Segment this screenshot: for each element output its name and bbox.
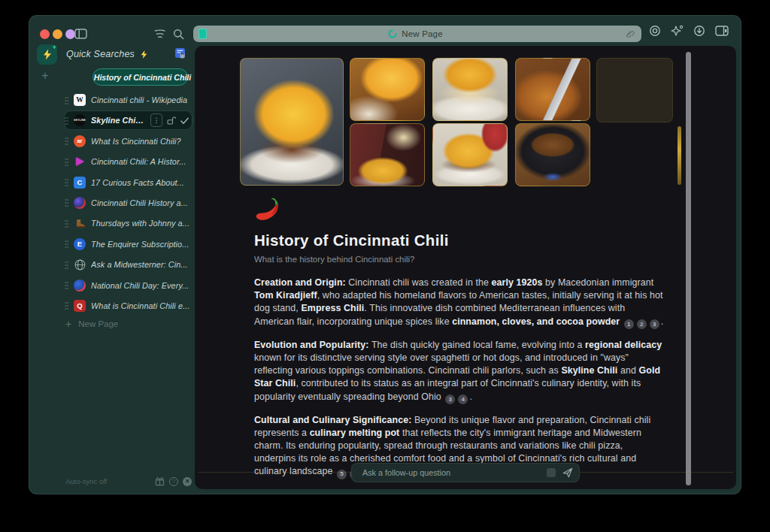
chili-pepper-emoji	[254, 196, 283, 225]
page-title: History of Cincinnati Chili	[254, 231, 665, 249]
quick-searches-icon[interactable]: +	[37, 44, 57, 65]
link-icon[interactable]	[624, 29, 635, 39]
sidebar-item-label: The Enquirer Subscriptio...	[91, 240, 192, 249]
browser-window: New Page + Quick Searches +	[29, 15, 741, 494]
sidebar-item[interactable]: EThe Enquirer Subscriptio...	[65, 235, 192, 253]
drag-handle-icon[interactable]	[65, 219, 68, 228]
drag-handle-icon[interactable]	[65, 178, 68, 186]
focus-mode-icon[interactable]	[649, 25, 661, 37]
sync-vault-icon[interactable]	[174, 47, 186, 59]
sidebar-item[interactable]: C17 Curious Facts About...	[65, 174, 192, 192]
partial-image-edge	[678, 126, 681, 185]
trails-tornado-icon[interactable]	[153, 29, 166, 40]
sidebar-item-label: Ask a Midwesterner: Cin...	[91, 260, 192, 269]
new-page-button[interactable]: + New Page	[65, 318, 118, 330]
cincinnati-magazine-favicon: C	[74, 177, 86, 189]
plus-icon: +	[65, 318, 71, 330]
sidebar-item[interactable]: Thursdays with Johnny a...	[65, 214, 192, 232]
national-day-favicon	[74, 280, 86, 292]
search-icon[interactable]	[173, 29, 184, 40]
help-icon[interactable]: ?	[169, 477, 178, 486]
chili-photo-crockpot[interactable]	[515, 123, 590, 186]
drag-handle-icon[interactable]	[65, 240, 68, 248]
page-content-panel: History of Cincinnati Chili What is the …	[195, 46, 736, 489]
sidebar-item[interactable]: Cincinnati Chili: A Histor...	[65, 153, 192, 171]
sidebar-item[interactable]: arWhat Is Cincinnati Chili?	[65, 132, 192, 150]
url-title: New Page	[402, 29, 443, 38]
citation-badge[interactable]: 2	[637, 319, 647, 329]
page-subtitle: What is the history behind Cincinnati ch…	[254, 255, 665, 264]
drag-handle-icon[interactable]	[65, 281, 68, 289]
wikipedia-favicon: W	[74, 94, 86, 106]
new-quick-search-button[interactable]: +	[39, 70, 51, 82]
sidebar-item[interactable]: Cincinnati Chili History a...	[65, 194, 192, 212]
unlock-icon[interactable]	[166, 116, 176, 125]
sidebar-item-history-of-cincinnati-chili[interactable]: History of Cincinnati Chili	[92, 68, 188, 86]
model-toggle[interactable]	[547, 468, 556, 477]
sidebar-item-label: Thursdays with Johnny a...	[91, 219, 192, 228]
drag-handle-icon[interactable]	[65, 198, 68, 207]
sidebar-section-title: Quick Searches	[66, 49, 148, 59]
item-menu-icon[interactable]: ⋮	[150, 113, 162, 127]
enquirer-favicon: E	[74, 238, 86, 250]
citation-badge[interactable]: 3	[445, 394, 455, 404]
ai-sparkles-icon[interactable]	[671, 25, 684, 37]
url-bar[interactable]: New Page	[193, 26, 641, 42]
sidebar-item-label: Cincinnati Chili: A Histor...	[91, 157, 192, 166]
citation-badge[interactable]: 4	[458, 394, 468, 404]
follow-up-input[interactable]: Ask a follow-up question	[351, 463, 580, 482]
citation-badge[interactable]: 1	[624, 319, 634, 329]
chili-photo-skyline-restaurant[interactable]	[350, 123, 425, 186]
close-window-button[interactable]	[40, 29, 50, 39]
globe-favicon	[74, 258, 86, 271]
reader-panel-icon[interactable]	[715, 26, 729, 36]
history-site-favicon	[74, 197, 86, 209]
citation-badge[interactable]: 3	[650, 319, 659, 329]
boot-favicon	[74, 217, 86, 229]
add-quick-search-badge: +	[53, 44, 56, 50]
downloads-icon[interactable]	[693, 25, 705, 37]
answer-paragraph: Evolution and Popularity: The dish quick…	[254, 339, 665, 404]
video-play-favicon	[76, 157, 84, 166]
sidebar-item-label: What Is Cincinnati Chili?	[91, 137, 192, 146]
drag-handle-icon[interactable]	[65, 96, 68, 104]
loading-spinner-icon	[388, 29, 397, 38]
citation-badge[interactable]: 5	[337, 470, 347, 479]
drag-handle-icon[interactable]	[65, 158, 68, 166]
sidebar-item-label: Cincinnati Chili History a...	[91, 198, 192, 207]
sidebar-item-label: What is Cincinnati Chili e...	[91, 301, 192, 310]
close-account-icon[interactable]: ✕	[183, 477, 192, 486]
chili-photo-hero[interactable]	[240, 58, 344, 186]
content-scrollbar[interactable]	[686, 52, 691, 485]
drag-handle-icon[interactable]	[65, 137, 68, 145]
chili-photo-loading-placeholder[interactable]	[596, 58, 673, 122]
gift-icon[interactable]	[155, 476, 165, 486]
sidebar-item-label: 17 Curious Facts About...	[91, 178, 192, 187]
sidebar-item[interactable]: QWhat is Cincinnati Chili e...	[65, 297, 192, 315]
sidebar-item[interactable]: WCincinnati chili - Wikipedia	[65, 91, 192, 109]
chili-photo-closeup[interactable]	[350, 58, 425, 121]
page-favicon	[199, 29, 207, 39]
drag-handle-icon[interactable]	[65, 116, 68, 125]
quora-favicon: Q	[74, 300, 86, 312]
chili-photo-fork[interactable]	[515, 58, 590, 121]
send-icon[interactable]	[562, 467, 573, 478]
sidebar-item[interactable]: SKYLINESkyline Chili...⋮	[65, 111, 192, 129]
sidebar-item-label: National Chili Day: Every...	[91, 281, 192, 290]
lightning-icon	[140, 50, 148, 59]
sidebar-items: WCincinnati chili - WikipediaSKYLINESkyl…	[65, 91, 192, 317]
sidebar-item[interactable]: Ask a Midwesterner: Cin...	[65, 255, 192, 274]
skyline-favicon: SKYLINE	[74, 114, 86, 126]
check-icon[interactable]	[180, 116, 189, 125]
drag-handle-icon[interactable]	[65, 261, 68, 269]
chili-photo-plate-red-cup[interactable]	[432, 123, 508, 186]
active-item-label: History of Cincinnati Chili	[94, 73, 191, 82]
chili-photo-mac-and-cheese[interactable]	[432, 58, 508, 121]
drag-handle-icon[interactable]	[65, 301, 68, 310]
sidebar-item-label: Skyline Chili...	[91, 116, 145, 125]
minimize-window-button[interactable]	[53, 29, 62, 39]
sidebar-item-label: Cincinnati chili - Wikipedia	[91, 95, 192, 104]
follow-up-placeholder: Ask a follow-up question	[362, 468, 547, 477]
sidebar-item[interactable]: National Chili Day: Every...	[65, 277, 192, 295]
sidebar-toggle-icon[interactable]	[74, 29, 87, 39]
